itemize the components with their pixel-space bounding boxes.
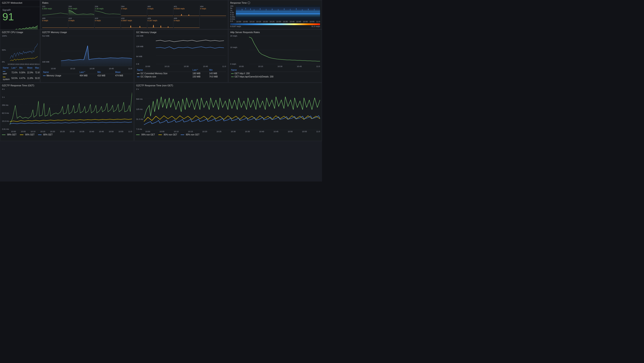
- response-time-heatmap: [236, 5, 320, 20]
- rates-panel: Rates 101 0.300 req/s 200 6.04 req/s: [40, 0, 228, 29]
- info-icon: i: [248, 2, 250, 4]
- rate-cell-416: 416 0 req/s: [95, 17, 121, 28]
- legend-90get: 90% GET: [20, 134, 34, 136]
- rate-cell-410: 410 0 req/s: [68, 17, 94, 28]
- get-response-title: GZCTF Response Time (GET): [2, 84, 132, 87]
- http-title: Http Server Requests Rates: [230, 31, 320, 34]
- http-legend: Name GET http://: 200 GET https:/api/Gam…: [230, 68, 320, 78]
- svg-rect-2: [236, 7, 320, 9]
- svg-rect-17: [284, 8, 284, 10]
- gc-memory-panel: GC Memory Usage 192 MiB 128 MiB 64 MiB 0…: [134, 30, 228, 82]
- signalr-value: 91: [2, 12, 38, 22]
- gc-title: GC Memory Usage: [136, 31, 226, 34]
- rates-title: Rates: [42, 2, 226, 4]
- rate-cell-304: 304 0 req/s: [121, 6, 147, 17]
- svg-rect-9: [242, 9, 242, 10]
- nonget-response-legend: 99% non GET 90% non GET 80% non GET: [136, 134, 320, 136]
- cpu-chart: [2, 35, 38, 63]
- svg-rect-16: [278, 9, 278, 10]
- get-response-panel: GZCTF Response Time (GET) 4 s 1 s 250 ms…: [0, 83, 134, 141]
- svg-rect-15: [272, 9, 272, 10]
- svg-rect-21: [308, 9, 308, 10]
- nonget-response-chart: [144, 88, 320, 130]
- svg-rect-12: [254, 9, 254, 11]
- memory-title: GZCTF Memory Usage: [42, 31, 132, 34]
- svg-rect-14: [266, 9, 266, 10]
- nonget-response-title: GZCTF Response Time (non GET): [136, 84, 320, 87]
- svg-rect-18: [290, 9, 290, 10]
- svg-rect-13: [260, 8, 260, 10]
- memory-legend: Name Last * Min Mean Memory Usage 484 Mi…: [42, 70, 132, 77]
- gradient-max: 31.5 req/s: [312, 25, 320, 28]
- rate-cell-200: 200 6.04 req/s: [68, 6, 94, 17]
- nonget-response-panel: GZCTF Response Time (non GET) 2 s 500 ms…: [134, 83, 322, 141]
- cpu-legend-user: user 72.6% 9.30% 22.9% 72.6%: [2, 70, 40, 76]
- legend-80get: 80% GET: [38, 134, 52, 136]
- response-time-title: Response Time i: [230, 2, 320, 4]
- gc-legend: Name Last * Min GC Commited Memory Size …: [136, 68, 226, 78]
- svg-rect-7: [236, 16, 320, 18]
- cpu-usage-panel: GZCTF CPU Usage 100% 50% 0% 10:00 10:10 …: [0, 30, 40, 82]
- rate-cell-401: 401 0.0334 req/s: [174, 6, 200, 17]
- http-legend-get200: GET http://: 200: [230, 72, 320, 75]
- cpu-legend: Name Last * Min Mean Max ↓ user 72.6% 9.…: [2, 66, 40, 81]
- rate-cell-101: 101 0.300 req/s: [42, 6, 68, 17]
- response-time-panel: Response Time i 10s 5s 1s 0.5s 0.1s 0.05…: [228, 0, 322, 29]
- svg-rect-19: [296, 8, 296, 10]
- svg-rect-20: [302, 9, 302, 11]
- rate-cell-418: 418 0.0667 req/s: [121, 17, 147, 28]
- svg-rect-8: [236, 18, 320, 20]
- cpu-title: GZCTF CPU Usage: [2, 31, 38, 34]
- rate-cell-204: 204 2.30 req/s: [95, 6, 121, 17]
- get-response-chart: [10, 88, 132, 130]
- memory-legend-usage: Memory Usage 484 MiB 416 MiB 474 MiB: [42, 74, 132, 78]
- svg-rect-6: [236, 14, 320, 16]
- legend-80nonget: 80% non GET: [181, 134, 200, 136]
- svg-rect-1: [236, 5, 320, 7]
- rate-cell-400: 400 0 req/s: [148, 6, 174, 17]
- cpu-legend-system: system 53.5% 4.47% 11.8% 53.5%: [2, 75, 40, 81]
- legend-90nonget: 90% non GET: [158, 134, 177, 136]
- rate-cell-404: 404 0 req/s: [200, 6, 226, 17]
- memory-chart: [42, 35, 132, 67]
- http-chart: [230, 35, 320, 65]
- svg-rect-23: [236, 11, 320, 12]
- legend-99nonget: 99% non GET: [136, 134, 155, 136]
- svg-rect-22: [314, 9, 314, 10]
- websocket-title: GZCTF Websocket: [2, 2, 38, 4]
- rate-cell-429: 429 0.167 req/s: [148, 17, 174, 28]
- gc-legend-committed: GC Commited Memory Size 180 MiB 143 MiB: [136, 72, 226, 75]
- dashboard: GZCTF Websocket SignalR 91 Proxy 65: [0, 0, 322, 182]
- gc-chart: [136, 35, 226, 65]
- rate-cell-empty: [200, 17, 226, 28]
- legend-99get: 99% GET: [2, 134, 16, 136]
- rate-cell-499: 499 0 req/s: [174, 17, 200, 28]
- gc-legend-objects: GC Objects size 150 MiB 74.0 MiB: [136, 75, 226, 78]
- http-requests-panel: Http Server Requests Rates 20 req/s 10 r…: [228, 30, 322, 82]
- gradient-min: 0.0167 req/s: [230, 25, 241, 28]
- get-response-legend: 99% GET 90% GET 80% GET: [2, 134, 132, 136]
- rate-cell-405: 405 0 req/s: [42, 17, 68, 28]
- svg-rect-5: [236, 13, 320, 15]
- http-legend-getgame: GET https:/api/Game/{id:int}/Details: 20…: [230, 75, 320, 78]
- svg-rect-11: [250, 8, 250, 10]
- memory-panel: GZCTF Memory Usage 512 MiB 448 MiB: [40, 30, 134, 82]
- svg-rect-10: [246, 8, 246, 9]
